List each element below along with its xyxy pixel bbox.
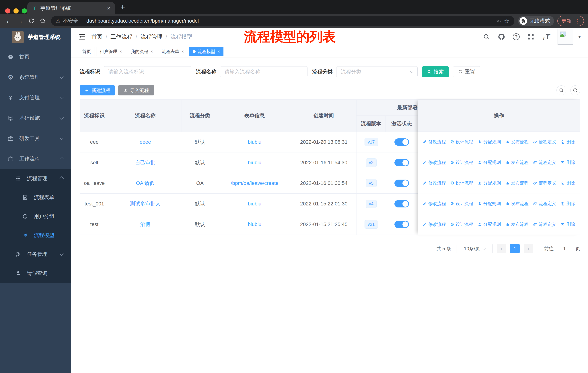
reload-icon[interactable] bbox=[27, 16, 36, 26]
tab-close-icon[interactable]: × bbox=[107, 5, 110, 11]
window-zoom-button[interactable] bbox=[22, 8, 27, 13]
process-definition-link[interactable]: 流程定义 bbox=[533, 222, 556, 227]
tag-home[interactable]: 首页 bbox=[79, 47, 94, 56]
process-name-link[interactable]: eeee bbox=[140, 139, 151, 145]
design-process-link[interactable]: ⚙设计流程 bbox=[450, 160, 473, 165]
publish-process-link[interactable]: 发布流程 bbox=[505, 139, 529, 145]
process-name-link[interactable]: 滔博 bbox=[140, 221, 150, 228]
sidebar-collapse-icon[interactable] bbox=[78, 33, 86, 41]
not-secure-warning-icon[interactable]: ⚠ bbox=[56, 18, 60, 24]
process-definition-link[interactable]: 流程定义 bbox=[533, 201, 556, 207]
url-bar[interactable]: ⚠ 不安全 dashboard.yudao.iocoder.cn/bpm/man… bbox=[51, 16, 514, 26]
process-name-link[interactable]: 自己审批 bbox=[135, 159, 156, 166]
update-label[interactable]: 更新 bbox=[561, 18, 572, 24]
avatar-caret-icon[interactable]: ▾ bbox=[578, 34, 581, 40]
browser-tab[interactable]: 芋道管理系统 × bbox=[27, 2, 115, 14]
close-icon[interactable]: × bbox=[150, 49, 153, 54]
form-info-link[interactable]: biubiu bbox=[248, 139, 261, 145]
forward-icon[interactable]: → bbox=[15, 16, 25, 26]
active-toggle[interactable] bbox=[394, 200, 409, 207]
tag-my-process[interactable]: 我的流程 × bbox=[127, 47, 156, 56]
current-page-button[interactable]: 1 bbox=[510, 244, 520, 253]
edit-process-link[interactable]: 修改流程 bbox=[422, 160, 446, 165]
design-process-link[interactable]: ⚙设计流程 bbox=[450, 139, 473, 145]
close-icon[interactable]: × bbox=[217, 49, 220, 54]
form-info-link[interactable]: biubiu bbox=[248, 160, 261, 166]
tag-process-form[interactable]: 流程表单 × bbox=[158, 47, 187, 56]
breadcrumb-item[interactable]: 工作流程 bbox=[110, 33, 132, 40]
github-icon[interactable] bbox=[498, 33, 505, 40]
search-button[interactable]: 搜索 bbox=[422, 66, 449, 77]
delete-link[interactable]: 删除 bbox=[561, 139, 575, 145]
design-process-link[interactable]: ⚙设计流程 bbox=[450, 201, 473, 207]
active-toggle[interactable] bbox=[394, 138, 409, 146]
next-page-button[interactable]: › bbox=[524, 244, 533, 253]
process-id-input[interactable] bbox=[104, 66, 191, 77]
font-size-icon[interactable]: TT bbox=[542, 33, 550, 40]
window-close-button[interactable] bbox=[5, 8, 10, 13]
active-toggle[interactable] bbox=[394, 221, 409, 228]
sidebar-item-payment[interactable]: ¥ 支付管理 bbox=[0, 87, 71, 108]
search-icon[interactable] bbox=[483, 33, 490, 40]
reset-button[interactable]: 重置 bbox=[453, 66, 480, 77]
publish-process-link[interactable]: 发布流程 bbox=[505, 180, 529, 186]
url-text[interactable]: dashboard.yudao.iocoder.cn/bpm/manager/m… bbox=[86, 18, 493, 24]
publish-process-link[interactable]: 发布流程 bbox=[505, 201, 529, 207]
back-icon[interactable]: ← bbox=[4, 16, 13, 26]
delete-link[interactable]: 删除 bbox=[561, 222, 575, 227]
tag-tenant[interactable]: 租户管理 × bbox=[96, 47, 126, 56]
sidebar-item-devtools[interactable]: 研发工具 bbox=[0, 128, 71, 149]
assign-rule-link[interactable]: 分配规则 bbox=[478, 222, 501, 227]
edit-process-link[interactable]: 修改流程 bbox=[422, 201, 446, 207]
form-info-link[interactable]: /bpm/oa/leave/create bbox=[231, 180, 279, 186]
process-name-link[interactable]: 测试多审批人 bbox=[130, 200, 161, 207]
delete-link[interactable]: 删除 bbox=[561, 160, 575, 165]
design-process-link[interactable]: ⚙设计流程 bbox=[450, 180, 473, 186]
help-icon[interactable]: ? bbox=[513, 33, 520, 40]
sidebar-item-home[interactable]: 首页 bbox=[0, 47, 71, 67]
process-definition-link[interactable]: 流程定义 bbox=[533, 180, 556, 186]
sidebar-item-system[interactable]: ⚙ 系统管理 bbox=[0, 67, 71, 87]
assign-rule-link[interactable]: 分配规则 bbox=[478, 160, 501, 165]
assign-rule-link[interactable]: 分配规则 bbox=[478, 139, 501, 145]
show-search-button[interactable] bbox=[556, 85, 566, 95]
sidebar-item-task-manage[interactable]: 任务管理 bbox=[0, 245, 71, 264]
sidebar-item-process-form[interactable]: 流程表单 bbox=[0, 188, 71, 207]
sidebar-item-process-manage[interactable]: 流程管理 bbox=[0, 169, 71, 188]
window-minimize-button[interactable] bbox=[13, 8, 19, 13]
process-name-input[interactable] bbox=[220, 66, 307, 77]
sidebar-item-process-model[interactable]: 流程模型 bbox=[0, 226, 71, 245]
process-category-select[interactable]: 流程分类 bbox=[336, 66, 418, 77]
fullscreen-icon[interactable] bbox=[527, 33, 535, 40]
password-key-icon[interactable] bbox=[496, 18, 502, 24]
home-icon[interactable] bbox=[38, 16, 47, 26]
sidebar-item-workflow[interactable]: 工作流程 bbox=[0, 149, 71, 169]
active-toggle[interactable] bbox=[394, 180, 409, 187]
browser-update-button[interactable]: 更新 ⋮ bbox=[557, 16, 584, 26]
close-icon[interactable]: × bbox=[181, 49, 184, 54]
prev-page-button[interactable]: ‹ bbox=[497, 244, 506, 253]
publish-process-link[interactable]: 发布流程 bbox=[505, 160, 529, 165]
edit-process-link[interactable]: 修改流程 bbox=[422, 222, 446, 227]
form-info-link[interactable]: biubiu bbox=[248, 222, 261, 227]
sidebar-item-infra[interactable]: 基础设施 bbox=[0, 108, 71, 128]
active-toggle[interactable] bbox=[394, 159, 409, 166]
delete-link[interactable]: 删除 bbox=[561, 201, 575, 207]
form-info-link[interactable]: biubiu bbox=[248, 201, 261, 207]
import-process-button[interactable]: 导入流程 bbox=[118, 85, 154, 95]
assign-rule-link[interactable]: 分配规则 bbox=[478, 201, 501, 207]
process-definition-link[interactable]: 流程定义 bbox=[533, 160, 556, 165]
edit-process-link[interactable]: 修改流程 bbox=[422, 139, 446, 145]
breadcrumb-item[interactable]: 流程管理 bbox=[141, 33, 162, 40]
publish-process-link[interactable]: 发布流程 bbox=[505, 222, 529, 227]
bookmark-star-icon[interactable]: ☆ bbox=[504, 16, 510, 26]
browser-menu-icon[interactable]: ⋮ bbox=[575, 18, 580, 24]
tag-process-model[interactable]: 流程模型 × bbox=[189, 47, 223, 56]
sidebar-item-leave-query[interactable]: 请假查询 bbox=[0, 264, 71, 283]
process-name-link[interactable]: OA 请假 bbox=[136, 180, 155, 187]
assign-rule-link[interactable]: 分配规则 bbox=[478, 180, 501, 186]
new-tab-button[interactable]: + bbox=[120, 2, 125, 12]
sidebar-item-user-group[interactable]: 用户分组 bbox=[0, 207, 71, 226]
breadcrumb-item[interactable]: 首页 bbox=[92, 33, 102, 40]
avatar[interactable] bbox=[557, 29, 573, 45]
